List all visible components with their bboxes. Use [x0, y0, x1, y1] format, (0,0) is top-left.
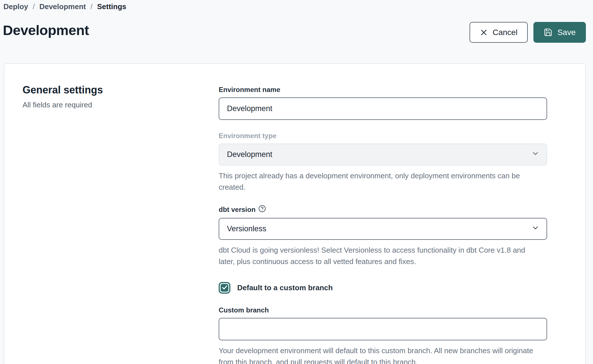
- custom-branch-checkbox[interactable]: [219, 282, 230, 294]
- environment-type-field: Environment type Development This projec…: [219, 132, 547, 193]
- header-actions: Cancel Save: [470, 22, 586, 43]
- section-intro: General settings All fields are required: [23, 84, 219, 364]
- chevron-down-icon: [531, 224, 540, 234]
- dbt-version-field: dbt version Versionless: [219, 205, 547, 267]
- section-subtitle: All fields are required: [23, 101, 219, 109]
- dbt-version-label: dbt version: [219, 205, 547, 214]
- breadcrumb-settings: Settings: [97, 2, 126, 11]
- cancel-button-label: Cancel: [493, 28, 517, 37]
- dbt-version-help-text: dbt Cloud is going versionless! Select V…: [219, 244, 541, 267]
- custom-branch-label: Custom branch: [219, 306, 547, 314]
- section-title: General settings: [23, 84, 219, 96]
- custom-branch-toggle-label[interactable]: Default to a custom branch: [237, 283, 333, 292]
- environment-type-help-text: This project already has a development e…: [219, 170, 541, 193]
- general-settings-card: General settings All fields are required…: [4, 63, 586, 364]
- breadcrumb-development[interactable]: Development: [39, 2, 86, 11]
- page-title: Development: [3, 22, 89, 38]
- dbt-version-value: Versionless: [227, 224, 266, 233]
- breadcrumb-separator: /: [90, 2, 92, 11]
- help-icon[interactable]: [258, 205, 266, 214]
- custom-branch-help-text: Your development environment will defaul…: [219, 345, 541, 364]
- environment-type-label: Environment type: [219, 132, 547, 140]
- breadcrumb-deploy[interactable]: Deploy: [3, 2, 28, 11]
- cancel-button[interactable]: Cancel: [470, 22, 528, 43]
- breadcrumb-separator: /: [33, 2, 35, 11]
- dbt-version-select[interactable]: Versionless: [219, 218, 547, 240]
- custom-branch-toggle-row: Default to a custom branch: [219, 282, 547, 294]
- custom-branch-input[interactable]: [219, 318, 547, 340]
- settings-form: Environment name Environment type Develo…: [219, 84, 547, 364]
- custom-branch-field: Custom branch Your development environme…: [219, 306, 547, 364]
- chevron-down-icon: [531, 149, 540, 160]
- environment-name-input[interactable]: [219, 97, 547, 120]
- save-button-label: Save: [557, 28, 576, 37]
- environment-name-field: Environment name: [219, 86, 547, 120]
- check-icon: [221, 284, 228, 292]
- environment-type-select: Development: [219, 144, 547, 165]
- close-icon: [480, 28, 488, 36]
- save-button[interactable]: Save: [533, 22, 586, 43]
- breadcrumb: Deploy / Development / Settings: [3, 2, 126, 11]
- environment-name-label: Environment name: [219, 86, 547, 94]
- dbt-version-label-text: dbt version: [219, 206, 255, 214]
- environment-type-value: Development: [227, 150, 272, 159]
- save-icon: [544, 28, 553, 37]
